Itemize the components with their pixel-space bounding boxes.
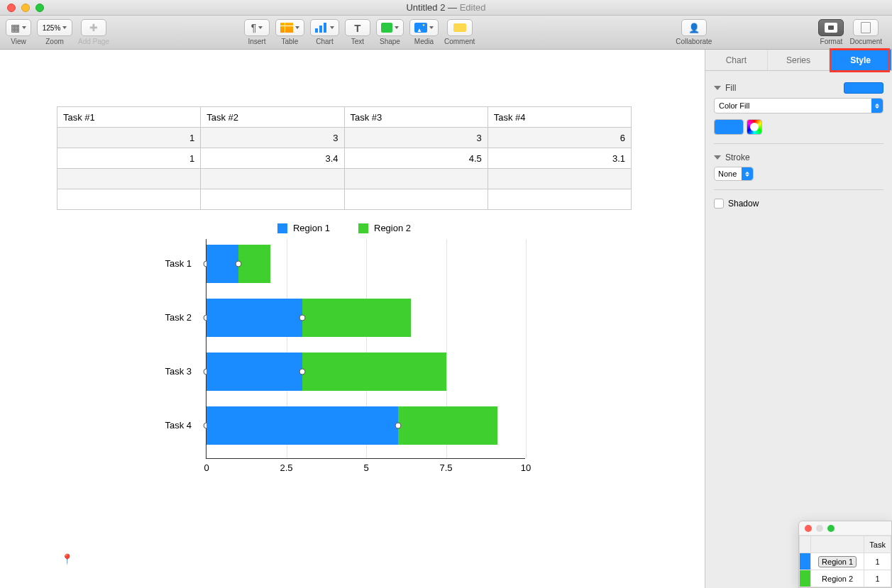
data-table[interactable]: Task #1 Task #2 Task #3 Task #4 1 3 3 6 … bbox=[57, 106, 632, 210]
chart-bar-row[interactable] bbox=[207, 353, 446, 391]
window-title: Untitled 2 — Edited bbox=[406, 2, 485, 13]
chart-bar-segment[interactable] bbox=[238, 245, 270, 283]
table-cell[interactable]: 1 bbox=[57, 128, 201, 148]
disclosure-triangle-icon[interactable] bbox=[714, 86, 721, 90]
chevron-down-icon bbox=[395, 26, 399, 29]
fullscreen-window-button[interactable] bbox=[35, 4, 44, 12]
table-button[interactable] bbox=[275, 19, 304, 36]
chart-bar-segment[interactable] bbox=[207, 245, 238, 283]
add-page-button[interactable] bbox=[81, 19, 106, 36]
document-canvas[interactable]: Task #1 Task #2 Task #3 Task #4 1 3 3 6 … bbox=[0, 50, 705, 588]
chart-x-label: 7.5 bbox=[439, 462, 452, 473]
shape-button[interactable] bbox=[376, 19, 404, 36]
table-cell[interactable]: 1 bbox=[57, 148, 201, 169]
chart-button[interactable] bbox=[310, 19, 339, 36]
chart-bar-segment[interactable] bbox=[302, 353, 446, 391]
chart-y-label: Task 4 bbox=[57, 420, 192, 431]
tab-series[interactable]: Series bbox=[768, 50, 830, 70]
chevron-down-icon bbox=[330, 26, 334, 29]
table-cell[interactable]: 3.4 bbox=[201, 148, 344, 169]
shadow-checkbox[interactable] bbox=[714, 199, 724, 209]
chart-bar-segment[interactable] bbox=[207, 406, 398, 445]
series-value-cell[interactable]: 1 bbox=[864, 570, 891, 587]
tab-style[interactable]: Style bbox=[830, 50, 892, 70]
chart-icon bbox=[315, 23, 328, 33]
person-icon bbox=[688, 23, 700, 33]
table-cell[interactable] bbox=[488, 169, 631, 189]
chart-x-label: 2.5 bbox=[280, 462, 292, 473]
chart-plot-area: 02.557.510 bbox=[206, 239, 525, 459]
series-value-cell[interactable]: 1 bbox=[864, 553, 891, 570]
table-cell[interactable]: 3 bbox=[344, 128, 488, 148]
minimize-window-button[interactable] bbox=[21, 4, 30, 12]
stacked-bar-chart[interactable]: Task 1Task 2Task 3Task 402.557.510 bbox=[57, 239, 632, 494]
disclosure-triangle-icon[interactable] bbox=[714, 155, 721, 160]
table-header[interactable]: Task #2 bbox=[201, 107, 344, 128]
chart-marker-icon bbox=[299, 369, 306, 375]
close-panel-button[interactable] bbox=[805, 525, 812, 532]
chart-bar-segment[interactable] bbox=[398, 406, 497, 445]
stroke-select[interactable]: None bbox=[714, 167, 754, 181]
table-cell[interactable] bbox=[344, 169, 488, 189]
table-cell[interactable]: 3.1 bbox=[488, 148, 631, 169]
shape-label: Shape bbox=[380, 38, 400, 45]
chart-bar-row[interactable] bbox=[207, 299, 411, 337]
view-label: View bbox=[11, 38, 26, 45]
chart-bar-row[interactable] bbox=[207, 406, 497, 445]
tab-chart[interactable]: Chart bbox=[705, 50, 768, 70]
view-icon bbox=[11, 22, 20, 33]
format-button[interactable] bbox=[818, 19, 844, 36]
table-cell[interactable] bbox=[57, 189, 201, 210]
table-header[interactable]: Task #3 bbox=[344, 107, 488, 128]
chart-data-editor-panel[interactable]: Task Region 1 1 Region 2 1 bbox=[798, 521, 892, 588]
chart-bar-segment[interactable] bbox=[207, 353, 302, 391]
comment-button[interactable] bbox=[447, 19, 473, 36]
color-picker-button[interactable] bbox=[747, 119, 762, 135]
insert-button[interactable] bbox=[244, 19, 270, 36]
table-cell[interactable] bbox=[488, 189, 631, 210]
window-titlebar: Untitled 2 — Edited bbox=[0, 0, 892, 16]
chart-bar-segment[interactable] bbox=[207, 299, 302, 337]
media-button[interactable] bbox=[409, 19, 439, 36]
fill-type-select[interactable]: Color Fill bbox=[714, 98, 883, 113]
table-header[interactable]: Task #4 bbox=[488, 107, 631, 128]
table-header[interactable]: Task #1 bbox=[57, 107, 201, 128]
zoom-label: Zoom bbox=[45, 38, 64, 45]
close-window-button[interactable] bbox=[7, 4, 16, 12]
view-button[interactable] bbox=[6, 19, 31, 36]
series-color-swatch[interactable] bbox=[800, 553, 811, 570]
zoom-panel-button[interactable] bbox=[827, 525, 835, 532]
comment-label: Comment bbox=[444, 38, 475, 45]
paragraph-icon bbox=[251, 22, 257, 33]
series-name-cell[interactable]: Region 1 bbox=[811, 553, 864, 570]
table-cell[interactable] bbox=[57, 169, 201, 189]
comment-icon bbox=[453, 23, 466, 32]
table-cell[interactable] bbox=[201, 189, 344, 210]
mini-col-header[interactable]: Task bbox=[864, 536, 891, 553]
series-name-cell[interactable]: Region 2 bbox=[811, 570, 864, 587]
chart-marker-icon bbox=[299, 315, 306, 321]
brush-icon bbox=[825, 23, 837, 33]
chart-bar-segment[interactable] bbox=[302, 299, 411, 337]
format-label: Format bbox=[820, 38, 843, 45]
table-cell[interactable]: 4.5 bbox=[344, 148, 488, 169]
minimize-panel-button[interactable] bbox=[816, 525, 823, 532]
text-button[interactable] bbox=[345, 19, 370, 36]
collaborate-button[interactable] bbox=[681, 19, 707, 36]
table-cell[interactable] bbox=[201, 169, 344, 189]
fill-swatch-button[interactable] bbox=[844, 82, 883, 94]
chart-bar-row[interactable] bbox=[207, 245, 270, 283]
text-label: Text bbox=[351, 38, 364, 45]
chevron-down-icon bbox=[62, 26, 67, 29]
legend-swatch-region2 bbox=[358, 223, 368, 233]
table-cell[interactable]: 6 bbox=[488, 128, 631, 148]
add-page-label: Add Page bbox=[78, 38, 109, 45]
chevron-down-icon bbox=[258, 26, 263, 29]
document-button[interactable] bbox=[853, 19, 879, 36]
zoom-button[interactable]: 125% bbox=[37, 19, 72, 36]
color-well[interactable] bbox=[714, 119, 744, 135]
series-color-swatch[interactable] bbox=[800, 570, 811, 587]
mini-corner-cell bbox=[800, 536, 811, 553]
table-cell[interactable] bbox=[344, 189, 488, 210]
table-cell[interactable]: 3 bbox=[201, 128, 344, 148]
